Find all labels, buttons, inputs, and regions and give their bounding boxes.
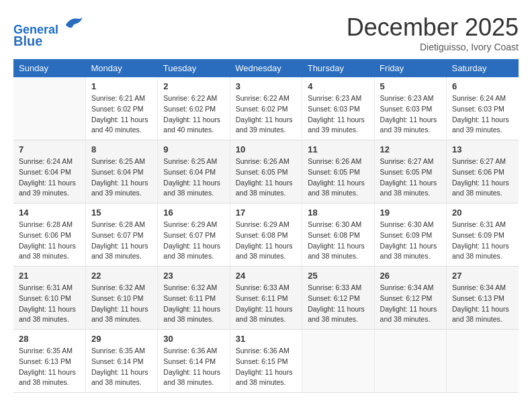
day-number: 24 (236, 271, 296, 281)
day-info: Sunrise: 6:26 AMSunset: 6:05 PMDaylight:… (308, 156, 368, 199)
day-info: Sunrise: 6:25 AMSunset: 6:04 PMDaylight:… (91, 156, 152, 199)
day-info: Sunrise: 6:36 AMSunset: 6:15 PMDaylight:… (236, 346, 296, 388)
logo-bird-icon (63, 13, 83, 34)
day-info: Sunrise: 6:30 AMSunset: 6:08 PMDaylight:… (308, 220, 368, 262)
calendar-cell: 28Sunrise: 6:35 AMSunset: 6:13 PMDayligh… (13, 330, 85, 393)
day-number: 25 (308, 271, 368, 281)
calendar-cell: 24Sunrise: 6:33 AMSunset: 6:11 PMDayligh… (230, 267, 302, 330)
day-number: 22 (91, 271, 152, 281)
weekday-header-sunday: Sunday (13, 59, 85, 77)
day-number: 13 (452, 144, 513, 154)
day-info: Sunrise: 6:27 AMSunset: 6:05 PMDaylight:… (380, 156, 441, 199)
weekday-header-friday: Friday (374, 59, 446, 77)
day-info: Sunrise: 6:26 AMSunset: 6:05 PMDaylight:… (236, 156, 296, 199)
calendar-cell: 19Sunrise: 6:30 AMSunset: 6:09 PMDayligh… (374, 203, 446, 267)
month-title: December 2025 (347, 13, 519, 42)
calendar-week-row: 7Sunrise: 6:24 AMSunset: 6:04 PMDaylight… (13, 140, 519, 203)
day-info: Sunrise: 6:30 AMSunset: 6:09 PMDaylight:… (380, 220, 441, 262)
calendar-cell: 2Sunrise: 6:22 AMSunset: 6:02 PMDaylight… (158, 77, 230, 140)
day-number: 10 (236, 144, 296, 154)
day-number: 29 (91, 334, 152, 344)
calendar-week-row: 21Sunrise: 6:31 AMSunset: 6:10 PMDayligh… (13, 267, 519, 330)
day-number: 5 (380, 81, 441, 91)
calendar-cell (374, 330, 446, 393)
calendar-cell: 3Sunrise: 6:22 AMSunset: 6:02 PMDaylight… (230, 77, 302, 140)
day-number: 17 (236, 208, 296, 218)
day-info: Sunrise: 6:22 AMSunset: 6:02 PMDaylight:… (236, 93, 296, 136)
calendar-week-row: 14Sunrise: 6:28 AMSunset: 6:06 PMDayligh… (13, 203, 519, 267)
day-info: Sunrise: 6:35 AMSunset: 6:14 PMDaylight:… (91, 346, 152, 388)
calendar-week-row: 28Sunrise: 6:35 AMSunset: 6:13 PMDayligh… (13, 330, 519, 393)
calendar-cell: 26Sunrise: 6:34 AMSunset: 6:12 PMDayligh… (374, 267, 446, 330)
calendar-table: SundayMondayTuesdayWednesdayThursdayFrid… (13, 59, 519, 393)
day-info: Sunrise: 6:34 AMSunset: 6:12 PMDaylight:… (380, 283, 441, 325)
day-number: 30 (163, 334, 224, 344)
calendar-body: 1Sunrise: 6:21 AMSunset: 6:02 PMDaylight… (13, 77, 519, 393)
day-info: Sunrise: 6:33 AMSunset: 6:12 PMDaylight:… (308, 283, 368, 325)
day-number: 27 (452, 271, 513, 281)
day-info: Sunrise: 6:33 AMSunset: 6:11 PMDaylight:… (236, 283, 296, 325)
calendar-cell: 15Sunrise: 6:28 AMSunset: 6:07 PMDayligh… (85, 203, 157, 267)
day-number: 11 (308, 144, 368, 154)
day-info: Sunrise: 6:25 AMSunset: 6:04 PMDaylight:… (163, 156, 224, 199)
day-number: 26 (380, 271, 441, 281)
day-info: Sunrise: 6:34 AMSunset: 6:13 PMDaylight:… (452, 283, 513, 325)
calendar-cell: 21Sunrise: 6:31 AMSunset: 6:10 PMDayligh… (13, 267, 85, 330)
day-number: 28 (19, 334, 80, 344)
day-number: 6 (452, 81, 513, 91)
calendar-cell: 7Sunrise: 6:24 AMSunset: 6:04 PMDaylight… (13, 140, 85, 203)
weekday-header-wednesday: Wednesday (230, 59, 302, 77)
calendar-cell: 8Sunrise: 6:25 AMSunset: 6:04 PMDaylight… (85, 140, 157, 203)
day-info: Sunrise: 6:28 AMSunset: 6:06 PMDaylight:… (19, 220, 80, 262)
calendar-cell: 13Sunrise: 6:27 AMSunset: 6:06 PMDayligh… (447, 140, 519, 203)
calendar-cell: 12Sunrise: 6:27 AMSunset: 6:05 PMDayligh… (374, 140, 446, 203)
logo: General Blue (13, 13, 83, 48)
day-number: 12 (380, 144, 441, 154)
day-info: Sunrise: 6:35 AMSunset: 6:13 PMDaylight:… (19, 346, 80, 388)
calendar-cell: 16Sunrise: 6:29 AMSunset: 6:07 PMDayligh… (158, 203, 230, 267)
day-number: 1 (91, 81, 152, 91)
calendar-header-row: SundayMondayTuesdayWednesdayThursdayFrid… (13, 59, 519, 77)
day-info: Sunrise: 6:32 AMSunset: 6:10 PMDaylight:… (91, 283, 152, 325)
day-info: Sunrise: 6:21 AMSunset: 6:02 PMDaylight:… (91, 93, 152, 136)
day-info: Sunrise: 6:24 AMSunset: 6:04 PMDaylight:… (19, 156, 80, 199)
day-number: 8 (91, 144, 152, 154)
day-info: Sunrise: 6:29 AMSunset: 6:07 PMDaylight:… (163, 220, 224, 262)
day-number: 4 (308, 81, 368, 91)
calendar-cell (447, 330, 519, 393)
calendar-cell: 9Sunrise: 6:25 AMSunset: 6:04 PMDaylight… (158, 140, 230, 203)
day-number: 19 (380, 208, 441, 218)
day-info: Sunrise: 6:36 AMSunset: 6:14 PMDaylight:… (163, 346, 224, 388)
calendar-cell: 18Sunrise: 6:30 AMSunset: 6:08 PMDayligh… (302, 203, 374, 267)
calendar-cell: 14Sunrise: 6:28 AMSunset: 6:06 PMDayligh… (13, 203, 85, 267)
weekday-header-thursday: Thursday (302, 59, 374, 77)
day-info: Sunrise: 6:31 AMSunset: 6:09 PMDaylight:… (452, 220, 513, 262)
calendar-cell: 11Sunrise: 6:26 AMSunset: 6:05 PMDayligh… (302, 140, 374, 203)
day-number: 9 (163, 144, 224, 154)
weekday-header-saturday: Saturday (447, 59, 519, 77)
day-number: 14 (19, 208, 80, 218)
day-number: 18 (308, 208, 368, 218)
day-info: Sunrise: 6:29 AMSunset: 6:08 PMDaylight:… (236, 220, 296, 262)
day-number: 2 (163, 81, 224, 91)
calendar-cell: 1Sunrise: 6:21 AMSunset: 6:02 PMDaylight… (85, 77, 157, 140)
calendar-week-row: 1Sunrise: 6:21 AMSunset: 6:02 PMDaylight… (13, 77, 519, 140)
day-number: 3 (236, 81, 296, 91)
day-info: Sunrise: 6:28 AMSunset: 6:07 PMDaylight:… (91, 220, 152, 262)
title-area: December 2025 Dietiguisso, Ivory Coast (347, 13, 519, 52)
calendar-cell: 29Sunrise: 6:35 AMSunset: 6:14 PMDayligh… (85, 330, 157, 393)
day-info: Sunrise: 6:24 AMSunset: 6:03 PMDaylight:… (452, 93, 513, 136)
calendar-cell: 10Sunrise: 6:26 AMSunset: 6:05 PMDayligh… (230, 140, 302, 203)
calendar-cell (13, 77, 85, 140)
day-info: Sunrise: 6:27 AMSunset: 6:06 PMDaylight:… (452, 156, 513, 199)
calendar-cell: 6Sunrise: 6:24 AMSunset: 6:03 PMDaylight… (447, 77, 519, 140)
day-number: 16 (163, 208, 224, 218)
day-number: 7 (19, 144, 80, 154)
weekday-header-monday: Monday (85, 59, 157, 77)
calendar-cell: 23Sunrise: 6:32 AMSunset: 6:11 PMDayligh… (158, 267, 230, 330)
calendar-cell: 5Sunrise: 6:23 AMSunset: 6:03 PMDaylight… (374, 77, 446, 140)
calendar-cell: 22Sunrise: 6:32 AMSunset: 6:10 PMDayligh… (85, 267, 157, 330)
day-number: 20 (452, 208, 513, 218)
day-number: 31 (236, 334, 296, 344)
day-number: 23 (163, 271, 224, 281)
